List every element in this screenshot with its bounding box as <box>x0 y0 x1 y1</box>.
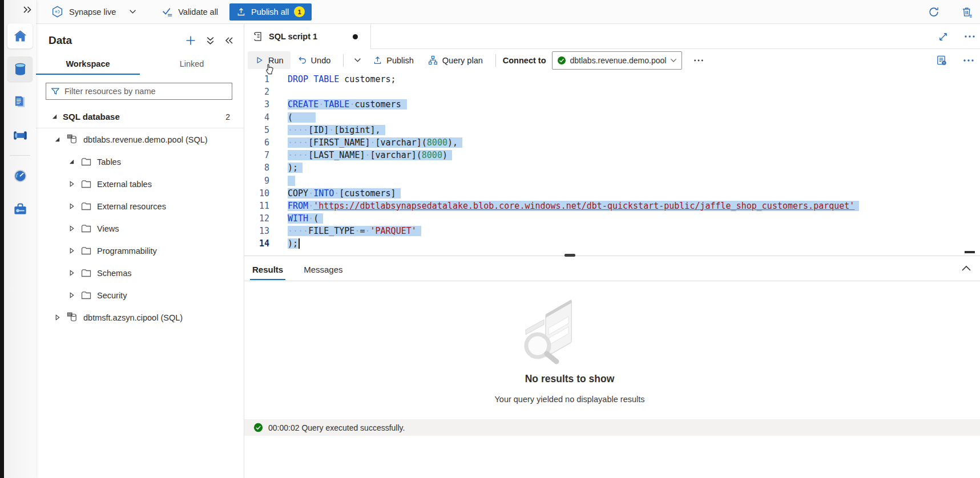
editor-more-options-icon[interactable] <box>963 59 974 62</box>
chevron-expanded-icon[interactable] <box>54 136 61 143</box>
refresh-button[interactable] <box>927 6 940 18</box>
nav-data-button[interactable] <box>4 52 36 86</box>
sql-code-editor[interactable]: 1DROP TABLE customers;23CREATE·TABLE·cus… <box>244 71 980 256</box>
code-line[interactable]: 6····[FIRST_NAME]·[varchar](8000), <box>244 136 980 149</box>
nav-integrate-button[interactable] <box>4 119 36 152</box>
code-line[interactable]: 8); <box>244 161 980 174</box>
publish-button[interactable]: Publish <box>366 51 421 69</box>
tab-more-options-icon[interactable] <box>964 35 975 38</box>
tree-item-security[interactable]: Security <box>36 284 244 306</box>
splitter-drag-handle[interactable] <box>564 254 575 257</box>
tab-results[interactable]: Results <box>250 259 285 280</box>
filter-icon <box>50 86 61 96</box>
code-line[interactable]: 7····[LAST_NAME]·[varchar](8000) <box>244 149 980 161</box>
tab-linked[interactable]: Linked <box>140 55 244 75</box>
validate-all-button[interactable]: Validate all <box>162 6 218 18</box>
mode-selector[interactable]: Synapse live <box>51 5 136 18</box>
scrollbar-marker[interactable] <box>965 251 975 253</box>
data-explorer-panel: Data Workspace Linked SQL database 2 <box>36 24 244 478</box>
main-work-area: SQL script 1 Run Undo <box>244 24 980 478</box>
expand-editor-icon[interactable] <box>938 31 949 42</box>
collapse-results-chevron[interactable] <box>961 265 971 272</box>
undo-button[interactable]: Undo <box>291 51 338 69</box>
chevron-expanded-icon[interactable] <box>51 114 58 120</box>
top-command-bar: Synapse live Validate all Publish all 1 <box>36 0 980 24</box>
chevron-expanded-icon[interactable] <box>68 159 75 165</box>
toolbar-divider <box>343 54 344 67</box>
nav-manage-button[interactable] <box>4 192 36 225</box>
view-settings-icon[interactable] <box>935 54 947 66</box>
tree-item-external-resources[interactable]: External resources <box>36 195 244 217</box>
code-line[interactable]: 13····FILE_TYPE·=·'PARQUET' <box>244 225 980 237</box>
sql-pool-icon <box>66 311 78 323</box>
chevron-down-icon[interactable] <box>129 9 136 14</box>
publish-count-badge: 1 <box>294 6 305 17</box>
code-line[interactable]: 12WITH·( <box>244 212 980 225</box>
tree-item-programmability[interactable]: Programmability <box>36 240 244 262</box>
chevron-collapsed-icon[interactable] <box>68 181 75 187</box>
code-line[interactable]: 11FROM·'https://dbtlabsynapsedatalake.bl… <box>244 200 980 212</box>
validate-check-icon <box>162 6 174 18</box>
collapse-panel-icon[interactable] <box>224 37 233 44</box>
tree-item-views[interactable]: Views <box>36 217 244 240</box>
line-number: 9 <box>244 175 269 187</box>
nav-monitor-button[interactable] <box>4 159 36 192</box>
folder-icon <box>80 156 92 168</box>
run-button[interactable]: Run <box>248 51 291 69</box>
code-line[interactable]: 14); <box>244 237 980 250</box>
tree-item-pool-dbtlabs[interactable]: dbtlabs.revenue.demo.pool (SQL) <box>36 128 244 151</box>
tab-workspace[interactable]: Workspace <box>36 55 140 75</box>
tab-sql-script-1[interactable]: SQL script 1 <box>244 24 371 49</box>
code-line[interactable]: 4( <box>244 111 980 124</box>
collapse-all-icon[interactable] <box>206 36 215 45</box>
validate-all-label: Validate all <box>178 7 218 17</box>
line-number: 3 <box>244 98 269 111</box>
code-line[interactable]: 5····[ID]·[bigint], <box>244 124 980 136</box>
nav-develop-button[interactable] <box>4 86 36 119</box>
code-line[interactable]: 1DROP TABLE customers; <box>244 73 980 86</box>
sql-script-icon <box>252 31 264 42</box>
tree-item-sql-database[interactable]: SQL database 2 <box>36 106 244 128</box>
tree-item-schemas[interactable]: Schemas <box>36 262 244 284</box>
run-options-chevron[interactable] <box>349 58 366 63</box>
tree-item-tables[interactable]: Tables <box>36 151 244 173</box>
code-line[interactable]: 9​ <box>244 175 980 187</box>
code-line[interactable]: 2 <box>244 86 980 98</box>
filter-resources-input[interactable] <box>46 83 232 100</box>
tab-messages[interactable]: Messages <box>301 259 345 280</box>
chevron-collapsed-icon[interactable] <box>68 248 75 254</box>
filter-box <box>46 83 232 100</box>
query-plan-button[interactable]: Query plan <box>421 51 490 70</box>
tree-item-external-tables[interactable]: External tables <box>36 173 244 195</box>
nav-home-button[interactable] <box>4 19 36 52</box>
code-line[interactable]: 3CREATE·TABLE·customers <box>244 98 980 111</box>
chevron-collapsed-icon[interactable] <box>54 314 61 321</box>
code-line[interactable]: 10COPY·INTO·[customers] <box>244 187 980 200</box>
toolbar-divider <box>495 54 496 67</box>
line-number: 14 <box>244 237 269 250</box>
upload-icon <box>236 7 246 17</box>
publish-all-button[interactable]: Publish all 1 <box>229 3 312 21</box>
undo-icon <box>297 55 307 65</box>
trash-icon-button[interactable] <box>961 6 973 18</box>
chevron-collapsed-icon[interactable] <box>68 292 75 298</box>
tab-title: SQL script 1 <box>269 32 317 41</box>
status-message: 00:00:02 Query executed successfully. <box>268 423 405 432</box>
line-number: 5 <box>244 124 269 136</box>
pipeline-icon <box>13 128 28 143</box>
tree-item-pool-dbtmsft[interactable]: dbtmsft.azsyn.cipool (SQL) <box>36 306 244 329</box>
expand-sidebar-button[interactable] <box>4 0 36 19</box>
folder-icon <box>80 245 92 257</box>
chevron-collapsed-icon[interactable] <box>68 225 75 232</box>
chevron-collapsed-icon[interactable] <box>68 270 75 276</box>
query-status-bar: 00:00:02 Query executed successfully. <box>244 419 980 436</box>
pool-select-dropdown[interactable]: dbtlabs.revenue.demo.pool <box>552 51 683 70</box>
database-count: 2 <box>225 112 230 121</box>
left-nav-rail <box>4 0 36 478</box>
toolbar-more-options-icon[interactable] <box>693 59 704 62</box>
query-plan-icon <box>428 55 438 66</box>
no-results-illustration <box>513 290 627 367</box>
chevron-collapsed-icon[interactable] <box>68 203 75 209</box>
add-resource-button[interactable] <box>185 35 196 46</box>
line-number: 12 <box>244 212 269 225</box>
